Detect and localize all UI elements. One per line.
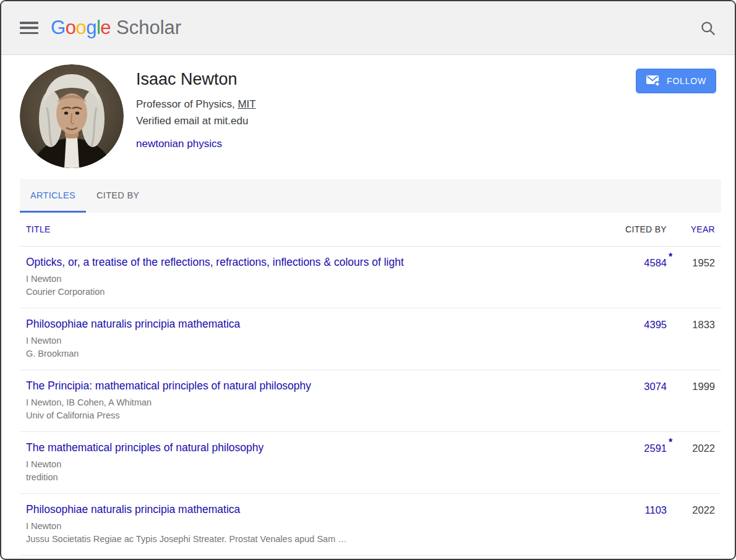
article-year: 1952 [679,255,715,308]
article-venue: G. Brookman [26,347,596,360]
article-info: The Principia: mathematical principles o… [26,379,615,431]
article-info: Opticks, or, a treatise of the reflectio… [26,255,615,308]
profile-info: Isaac Newton Professor of Physics, MIT V… [136,64,636,168]
article-authors: I Newton [26,273,596,286]
merged-citations-cell [667,503,679,555]
verified-email: Verified email at mit.edu [136,115,636,127]
article-venue: Jussu Societatis Regiae ac Typis Josephi… [26,533,596,546]
logo-letter: o [66,17,76,39]
article-info: Philosophiae naturalis principia mathema… [26,317,615,370]
sort-by-citations-header[interactable]: CITED BY [615,224,667,234]
sort-by-title-header[interactable]: TITLE [26,224,615,234]
article-year: 1999 [679,379,715,431]
cited-by-cell: 3074 [615,379,667,431]
hamburger-icon[interactable] [20,22,38,34]
logo-letter: g [86,17,96,39]
follow-button-label: FOLLOW [667,76,706,86]
article-title-link[interactable]: Philosophiae naturalis principia mathema… [26,503,596,517]
tab-bar: ARTICLES CITED BY [20,179,721,213]
tab-cited-by[interactable]: CITED BY [86,179,150,213]
hamburger-bar [20,27,38,29]
interest-tags: newtonian physics [136,138,636,150]
article-info: Philosophiae naturalis principia mathema… [26,503,615,555]
merged-citations-cell: * [667,441,679,493]
articles-table: TITLE CITED BY YEAR Opticks, or, a treat… [20,213,721,556]
article-title-link[interactable]: The mathematical principles of natural p… [26,441,596,455]
cited-by-count-link[interactable]: 1103 [645,504,667,515]
logo-product-name: Scholar [116,17,181,39]
article-info: The mathematical principles of natural p… [26,441,615,493]
profile-name: Isaac Newton [136,70,636,89]
article-row: The Principia: mathematical principles o… [20,370,721,432]
cited-by-count-link[interactable]: 3074 [644,381,667,392]
affiliation-link[interactable]: MIT [237,98,255,110]
profile-header: Isaac Newton Professor of Physics, MIT V… [1,55,735,179]
cited-by-cell: 4395 [615,317,667,370]
article-year: 2022 [679,441,715,493]
cited-by-count-link[interactable]: 4584 [644,257,667,268]
merged-citations-cell [667,379,679,431]
hamburger-bar [20,22,38,24]
merged-citations-cell [667,317,679,370]
article-row: Philosophiae naturalis principia mathema… [20,308,721,370]
article-year: 2022 [679,503,715,555]
cited-by-count-link[interactable]: 2591 [644,443,667,454]
article-row: Philosophiae naturalis principia mathema… [20,494,721,556]
search-icon[interactable] [700,20,716,36]
hamburger-bar [20,32,38,35]
follow-button[interactable]: FOLLOW [636,69,716,93]
article-venue: tredition [26,471,596,484]
top-bar: G o o g l e Scholar [1,1,735,55]
merged-citations-asterisk: * [669,252,672,262]
logo-letter: e [100,17,111,39]
article-title-link[interactable]: Philosophiae naturalis principia mathema… [26,317,596,331]
profile-affiliation: Professor of Physics, MIT [136,98,636,111]
tab-articles[interactable]: ARTICLES [20,179,86,213]
article-authors: I Newton [26,458,596,471]
article-row: The mathematical principles of natural p… [20,432,721,494]
sort-by-year-header[interactable]: YEAR [679,224,715,234]
merged-citations-cell: * [667,255,679,308]
cited-by-count-link[interactable]: 4395 [644,319,667,330]
envelope-plus-icon [646,75,661,87]
article-authors: I Newton [26,334,596,347]
article-authors: I Newton [26,520,596,533]
article-title-link[interactable]: The Principia: mathematical principles o… [26,379,596,393]
article-title-link[interactable]: Opticks, or, a treatise of the reflectio… [26,255,596,269]
article-venue: Univ of California Press [26,409,596,422]
article-venue: Courier Corporation [26,286,596,299]
cited-by-cell: 1103 [615,503,667,555]
article-row: Opticks, or, a treatise of the reflectio… [20,247,721,308]
article-authors: I Newton, IB Cohen, A Whitman [26,396,596,409]
cited-by-cell: 4584 [615,255,667,308]
affiliation-text: Professor of Physics, [136,98,237,110]
google-scholar-logo[interactable]: G o o g l e Scholar [51,17,181,39]
logo-letter: G [51,17,66,39]
logo-letter: o [75,17,86,39]
interest-link[interactable]: newtonian physics [136,138,222,150]
profile-photo [20,64,124,168]
scholar-profile-page: G o o g l e Scholar [0,0,736,560]
article-year: 1833 [679,317,715,370]
table-header-row: TITLE CITED BY YEAR [20,213,721,247]
merged-citations-asterisk: * [669,437,672,448]
cited-by-cell: 2591 [615,441,667,493]
